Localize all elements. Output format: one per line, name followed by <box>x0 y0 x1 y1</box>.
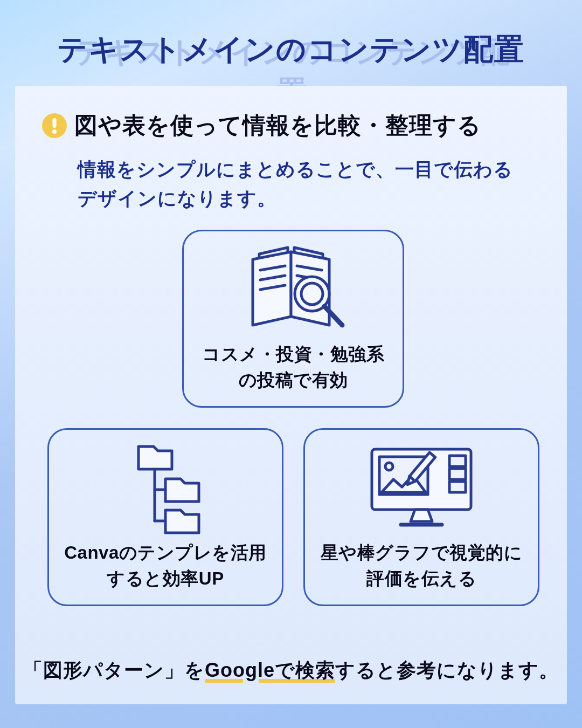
footer-suffix: すると参考になります。 <box>335 659 559 681</box>
section-heading: 図や表を使って情報を比較・整理する <box>74 110 481 141</box>
monitor-design-icon <box>317 441 526 537</box>
section-heading-row: 図や表を使って情報を比較・整理する <box>31 110 551 141</box>
title-bar: テキストメインのコンテンツ配置 <box>0 0 582 70</box>
card-templates: Canvaのテンプレを活用すると効率UP <box>47 428 283 606</box>
section-subtext: 情報をシンプルにまとめることで、一目で伝わるデザインになります。 <box>31 155 551 214</box>
folder-tree-icon <box>61 441 270 537</box>
page-title: テキストメインのコンテンツ配置 <box>57 30 525 70</box>
content-panel: 図や表を使って情報を比較・整理する 情報をシンプルにまとめることで、一目で伝わる… <box>15 86 567 704</box>
footer-note: 「図形パターン」をGoogleで検索すると参考になります。 <box>15 657 567 684</box>
cards-area: コスメ・投資・勉強系の投稿で有効 <box>31 230 551 634</box>
exclamation-icon <box>42 113 67 138</box>
card-research: コスメ・投資・勉強系の投稿で有効 <box>182 230 404 408</box>
card-text: コスメ・投資・勉強系の投稿で有効 <box>196 341 391 393</box>
svg-rect-1 <box>53 118 57 128</box>
svg-point-17 <box>385 463 393 470</box>
svg-point-2 <box>52 129 57 134</box>
svg-rect-19 <box>449 456 466 466</box>
svg-rect-21 <box>449 482 466 492</box>
svg-rect-20 <box>449 469 466 479</box>
footer-highlight: Googleで検索 <box>205 659 335 681</box>
footer-prefix: 「図形パターン」を <box>23 659 205 681</box>
card-text: Canvaのテンプレを活用すると効率UP <box>61 540 270 592</box>
book-magnifier-icon <box>196 242 391 338</box>
card-visual: 星や棒グラフで視覚的に評価を伝える <box>303 428 539 606</box>
card-text: 星や棒グラフで視覚的に評価を伝える <box>317 540 526 592</box>
